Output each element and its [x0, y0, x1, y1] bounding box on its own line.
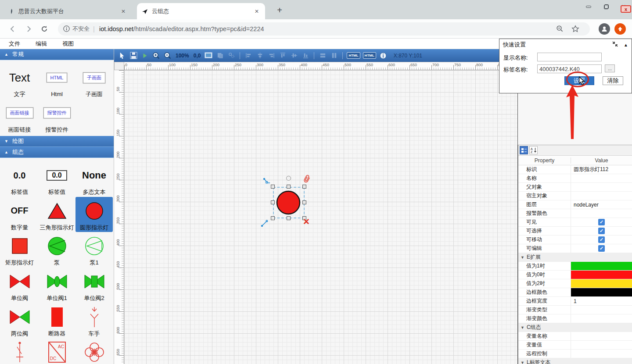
clear-button[interactable]: 清除 [603, 76, 623, 85]
paste-button[interactable] [227, 51, 236, 60]
palette-item-文字[interactable]: Text文字 [1, 64, 38, 99]
palette-item-单位阀[interactable]: 单位阀 [1, 268, 38, 303]
property-value[interactable]: 1 [571, 297, 632, 305]
palette-item-标签值[interactable]: 0.0标签值 [1, 161, 38, 197]
color-swatch[interactable] [571, 271, 632, 279]
palette-item-圆形指示灯[interactable]: 圆形指示灯 [75, 197, 113, 232]
zoom-out-page-button[interactable] [553, 22, 566, 36]
checkbox-checked-icon[interactable]: ✓ [598, 228, 605, 234]
color-swatch[interactable] [571, 279, 632, 288]
palette-item-多态文本[interactable]: None多态文本 [75, 161, 113, 197]
palette-section-header-组态[interactable]: ▲组态 [0, 147, 114, 158]
property-value[interactable]: ✓ [571, 236, 632, 244]
property-value[interactable] [571, 279, 632, 288]
profile-avatar[interactable] [599, 23, 610, 35]
palette-item-两位阀[interactable]: 两位阀 [1, 303, 38, 339]
new-tab-button[interactable]: + [274, 5, 285, 15]
checkbox-checked-icon[interactable]: ✓ [598, 219, 605, 225]
palette-item-车手[interactable]: 车手 [75, 303, 113, 339]
property-value[interactable]: nodeLayer [571, 200, 632, 209]
categorized-view-button[interactable] [520, 146, 528, 154]
property-group-C组态[interactable]: ▼C组态 [518, 323, 632, 332]
palette-item-刀闸[interactable]: 刀闸 [1, 338, 38, 364]
property-value[interactable] [571, 192, 632, 200]
color-swatch[interactable] [571, 262, 632, 270]
rotate-handle[interactable] [286, 176, 291, 181]
palette-item-断路器[interactable]: 断路器 [38, 303, 75, 339]
pointer-tool-button[interactable] [118, 51, 126, 60]
tag-name-input[interactable] [537, 64, 602, 73]
align-middle-button[interactable] [290, 51, 298, 60]
connect-icon[interactable] [262, 177, 271, 188]
reload-button[interactable] [38, 22, 51, 36]
property-value[interactable]: 圆形指示灯112 [571, 165, 632, 174]
run-button[interactable] [140, 51, 149, 60]
align-right-button[interactable] [267, 51, 276, 60]
palette-item-标签值[interactable]: 0.0标签值 [38, 161, 75, 197]
property-value[interactable]: ✓ [571, 227, 632, 235]
property-value[interactable] [571, 314, 632, 323]
dialog-titlebar[interactable]: 快速设置 ▲ [499, 39, 632, 50]
display-name-input[interactable] [537, 53, 602, 61]
color-swatch[interactable] [571, 288, 632, 296]
tab-close-icon[interactable]: ✕ [253, 7, 261, 15]
align-top-button[interactable] [278, 51, 287, 60]
palette-item-Html[interactable]: HTMLHtml [38, 64, 75, 99]
resize-handle-nw[interactable] [271, 185, 275, 189]
property-value[interactable]: ✓ [571, 244, 632, 253]
minimize-button[interactable] [583, 2, 594, 11]
design-canvas[interactable]: ✕ [124, 70, 518, 364]
html-preview-button[interactable]: HTML [363, 52, 376, 59]
address-bar[interactable]: 不安全 | iot.idosp.net /html/scada/editor.a… [58, 22, 590, 36]
menu-item-文件[interactable]: 文件 [9, 40, 20, 48]
browser-tab[interactable]: 云组态✕ [137, 3, 265, 19]
menu-item-视图[interactable]: 视图 [62, 40, 74, 48]
property-value[interactable] [571, 209, 632, 218]
property-value[interactable] [571, 174, 632, 182]
browser-update-button[interactable] [614, 23, 626, 35]
checkbox-checked-icon[interactable]: ✓ [598, 245, 605, 252]
copy-button[interactable] [215, 51, 224, 60]
resize-handle-n[interactable] [287, 185, 291, 189]
menu-item-编辑[interactable]: 编辑 [36, 40, 47, 48]
property-value[interactable] [571, 350, 632, 358]
palette-section-header-常规[interactable]: ▲常规 [0, 49, 114, 60]
align-center-button[interactable] [255, 51, 264, 60]
delete-icon[interactable]: ✕ [303, 218, 310, 226]
resize-handle-s[interactable] [287, 216, 291, 220]
resize-handle-e[interactable] [302, 200, 306, 204]
same-height-button[interactable] [330, 51, 338, 60]
alphabetical-sort-button[interactable]: AZ [529, 146, 538, 154]
palette-item-数字量[interactable]: OFF数字量 [1, 197, 38, 232]
property-value[interactable] [571, 288, 632, 296]
line-tool-icon[interactable] [261, 219, 269, 229]
align-left-button[interactable] [244, 51, 253, 60]
screen-settings-button[interactable] [204, 51, 213, 60]
save-button[interactable] [129, 51, 138, 60]
palette-section-header-绘图[interactable]: ▼绘图 [0, 136, 114, 147]
property-value[interactable] [571, 183, 632, 191]
resize-handle-w[interactable] [271, 200, 275, 204]
property-value[interactable] [571, 262, 632, 270]
zoom-out-button[interactable] [163, 51, 172, 60]
palette-item-泵1[interactable]: 泵1 [75, 232, 113, 268]
property-value[interactable]: ✓ [571, 218, 632, 226]
palette-item-泵[interactable]: 泵 [38, 232, 75, 268]
browser-tab[interactable]: 思普云大数据平台✕ [4, 3, 132, 19]
paperclip-icon[interactable] [301, 174, 312, 186]
forward-button[interactable] [22, 22, 35, 36]
dialog-dock-button[interactable] [612, 41, 618, 48]
align-bottom-button[interactable] [301, 51, 310, 60]
same-width-button[interactable] [318, 51, 327, 60]
resize-handle-sw[interactable] [271, 216, 275, 220]
html-export-button[interactable]: HTML [347, 52, 360, 59]
property-value[interactable] [571, 271, 632, 279]
checkbox-checked-icon[interactable]: ✓ [598, 236, 605, 243]
bookmark-button[interactable] [569, 22, 582, 36]
property-group-E扩展[interactable]: ▼E扩展 [518, 253, 632, 262]
zoom-in-button[interactable] [152, 51, 161, 60]
palette-item-PT[interactable]: PT [75, 338, 113, 364]
property-value[interactable] [571, 332, 632, 340]
palette-item-子画面[interactable]: 子画面子画面 [75, 64, 113, 99]
palette-item-逆变器[interactable]: ACDC逆变器 [38, 338, 75, 364]
